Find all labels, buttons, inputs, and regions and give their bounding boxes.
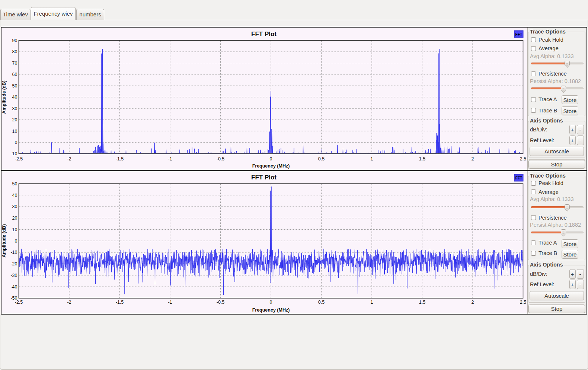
svg-text:0: 0 bbox=[15, 239, 17, 244]
svg-text:0.5: 0.5 bbox=[318, 300, 325, 305]
svg-text:2.5: 2.5 bbox=[520, 156, 526, 162]
svg-text:0.5: 0.5 bbox=[318, 156, 325, 162]
svg-text:-1: -1 bbox=[168, 300, 172, 305]
svg-text:0: 0 bbox=[270, 300, 272, 305]
svg-text:-2: -2 bbox=[67, 156, 71, 162]
svg-text:-2: -2 bbox=[67, 300, 71, 305]
svg-text:-10: -10 bbox=[10, 250, 17, 255]
svg-text:-40: -40 bbox=[10, 284, 17, 290]
svg-text:80: 80 bbox=[12, 49, 17, 54]
svg-text:0: 0 bbox=[15, 140, 17, 145]
svg-text:50: 50 bbox=[12, 181, 17, 186]
svg-text:-0.5: -0.5 bbox=[217, 300, 225, 305]
svg-text:40: 40 bbox=[12, 95, 17, 100]
svg-text:90: 90 bbox=[12, 38, 17, 43]
svg-text:10: 10 bbox=[12, 227, 17, 232]
svg-text:-2.5: -2.5 bbox=[15, 300, 23, 305]
svg-text:-0.5: -0.5 bbox=[217, 156, 225, 162]
svg-text:50: 50 bbox=[12, 83, 17, 89]
svg-text:2.5: 2.5 bbox=[520, 300, 526, 305]
svg-text:Frequency (MHz): Frequency (MHz) bbox=[252, 163, 290, 169]
svg-text:1.5: 1.5 bbox=[419, 156, 425, 162]
svg-text:30: 30 bbox=[12, 204, 17, 209]
svg-text:10: 10 bbox=[12, 129, 17, 134]
svg-text:20: 20 bbox=[12, 117, 17, 122]
svg-text:1.5: 1.5 bbox=[419, 300, 425, 305]
svg-text:30: 30 bbox=[12, 106, 17, 111]
svg-text:40: 40 bbox=[12, 193, 17, 198]
svg-text:FFT Plot: FFT Plot bbox=[251, 174, 277, 181]
svg-text:70: 70 bbox=[12, 61, 17, 66]
svg-text:-1.5: -1.5 bbox=[116, 300, 124, 305]
svg-text:2: 2 bbox=[472, 156, 474, 162]
svg-text:FFT: FFT bbox=[515, 176, 522, 180]
svg-text:FFT Plot: FFT Plot bbox=[251, 31, 277, 38]
svg-text:2: 2 bbox=[472, 300, 474, 305]
svg-text:1: 1 bbox=[371, 300, 373, 305]
svg-text:1: 1 bbox=[371, 156, 373, 162]
svg-text:-1.5: -1.5 bbox=[116, 156, 124, 162]
svg-text:Amplitude (dB): Amplitude (dB) bbox=[1, 224, 7, 258]
svg-text:0: 0 bbox=[270, 156, 272, 162]
svg-text:-1: -1 bbox=[168, 156, 172, 162]
svg-text:FFT: FFT bbox=[515, 32, 522, 36]
svg-text:-20: -20 bbox=[10, 261, 17, 267]
svg-text:60: 60 bbox=[12, 72, 17, 77]
svg-text:-2.5: -2.5 bbox=[15, 156, 23, 162]
svg-text:Amplitude (dB): Amplitude (dB) bbox=[1, 80, 7, 114]
svg-text:Frequency (MHz): Frequency (MHz) bbox=[252, 307, 290, 313]
svg-text:-10: -10 bbox=[10, 151, 17, 156]
svg-text:20: 20 bbox=[12, 216, 17, 221]
svg-text:-30: -30 bbox=[10, 273, 17, 278]
